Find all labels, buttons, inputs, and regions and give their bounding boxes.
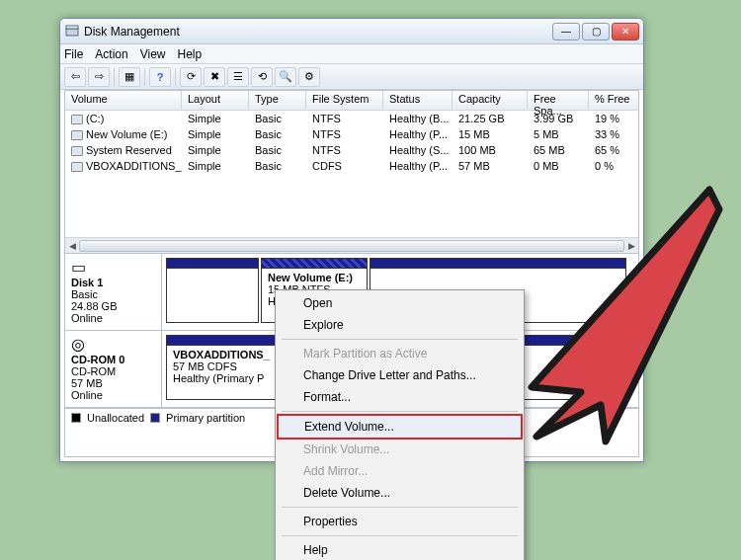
maximize-button[interactable]: ▢ — [582, 23, 610, 40]
scroll-right-icon[interactable]: ▶ — [624, 238, 638, 253]
context-menu: Open Explore Mark Partition as Active Ch… — [275, 289, 525, 560]
menu-help[interactable]: Help — [178, 47, 203, 61]
col-type[interactable]: Type — [249, 91, 306, 110]
table-row[interactable]: System ReservedSimpleBasicNTFSHealthy (S… — [65, 142, 638, 158]
close-button[interactable]: ✕ — [612, 23, 639, 40]
ctx-help[interactable]: Help — [278, 539, 522, 560]
volume-list: Volume Layout Type File System Status Ca… — [65, 91, 638, 254]
col-capacity[interactable]: Capacity — [453, 91, 528, 110]
partition[interactable] — [166, 258, 259, 323]
volume-icon — [71, 130, 83, 140]
refresh-button[interactable]: ⟳ — [180, 67, 202, 87]
app-icon — [64, 24, 80, 40]
menu-action[interactable]: Action — [95, 47, 127, 61]
minimize-button[interactable]: — — [552, 23, 580, 40]
table-body: (C:)SimpleBasicNTFSHealthy (B...21.25 GB… — [65, 111, 638, 174]
scroll-left-icon[interactable]: ◀ — [65, 238, 79, 253]
scroll-thumb[interactable] — [79, 240, 624, 252]
disk-icon: ▭ — [71, 258, 155, 277]
separator — [175, 68, 176, 86]
separator — [282, 411, 518, 412]
separator — [282, 339, 518, 340]
ctx-add-mirror: Add Mirror... — [278, 460, 522, 482]
back-button[interactable]: ⇦ — [64, 67, 86, 87]
col-status[interactable]: Status — [383, 91, 453, 110]
menubar: File Action View Help — [60, 44, 643, 64]
rescan-icon[interactable]: ⟲ — [251, 67, 273, 87]
ctx-change-drive-letter[interactable]: Change Drive Letter and Paths... — [278, 364, 522, 386]
help-button[interactable]: ? — [149, 67, 171, 87]
legend-primary: Primary partition — [166, 412, 245, 424]
legend-unallocated: Unallocated — [87, 412, 144, 424]
ctx-open[interactable]: Open — [278, 292, 522, 314]
table-row[interactable]: New Volume (E:)SimpleBasicNTFSHealthy (P… — [65, 126, 638, 142]
ctx-extend-volume[interactable]: Extend Volume... — [277, 414, 523, 440]
separator — [282, 535, 518, 536]
titlebar[interactable]: Disk Management — ▢ ✕ — [60, 19, 643, 44]
col-filesystem[interactable]: File System — [306, 91, 383, 110]
legend-swatch-unallocated — [71, 413, 81, 423]
ctx-explore[interactable]: Explore — [278, 314, 522, 336]
col-pfree[interactable]: % Free — [589, 91, 638, 110]
svg-rect-0 — [66, 29, 78, 36]
ctx-properties[interactable]: Properties — [278, 511, 522, 532]
properties-icon[interactable]: ☰ — [227, 67, 249, 87]
ctx-shrink-volume: Shrink Volume... — [278, 439, 522, 460]
col-volume[interactable]: Volume — [65, 91, 182, 110]
disk-header[interactable]: ▭Disk 1Basic24.88 GBOnline — [65, 254, 162, 330]
volume-icon — [71, 162, 83, 172]
menu-view[interactable]: View — [140, 47, 166, 61]
show-hide-button[interactable]: ▦ — [119, 67, 140, 87]
find-icon[interactable]: 🔍 — [275, 67, 296, 87]
table-row[interactable]: VBOXADDITIONS_...SimpleBasicCDFSHealthy … — [65, 158, 638, 174]
horizontal-scrollbar[interactable]: ◀ ▶ — [65, 237, 638, 253]
legend-swatch-primary — [150, 413, 160, 423]
col-free[interactable]: Free Spa... — [528, 91, 589, 110]
col-layout[interactable]: Layout — [182, 91, 249, 110]
action-icon[interactable]: ⚙ — [298, 67, 320, 87]
disk-icon: ◎ — [71, 335, 155, 354]
delete-icon[interactable]: ✖ — [204, 67, 225, 87]
forward-button[interactable]: ⇨ — [88, 67, 110, 87]
volume-icon — [71, 115, 83, 124]
svg-rect-1 — [66, 26, 78, 29]
ctx-mark-active: Mark Partition as Active — [278, 343, 522, 364]
separator — [144, 68, 145, 86]
toolbar: ⇦ ⇨ ▦ ? ⟳ ✖ ☰ ⟲ 🔍 ⚙ — [60, 64, 643, 90]
window-title: Disk Management — [84, 25, 552, 39]
table-row[interactable]: (C:)SimpleBasicNTFSHealthy (B...21.25 GB… — [65, 111, 638, 126]
separator — [114, 68, 115, 86]
disk-header[interactable]: ◎CD-ROM 0CD-ROM57 MBOnline — [65, 331, 162, 407]
ctx-delete-volume[interactable]: Delete Volume... — [278, 482, 522, 504]
table-header: Volume Layout Type File System Status Ca… — [65, 91, 638, 111]
separator — [282, 507, 518, 508]
menu-file[interactable]: File — [64, 47, 83, 61]
volume-icon — [71, 146, 83, 156]
ctx-format[interactable]: Format... — [278, 386, 522, 408]
